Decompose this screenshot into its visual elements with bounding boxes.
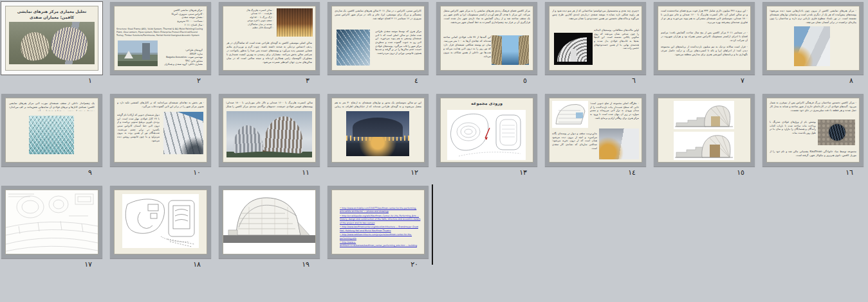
slide-4-top-text: کانزاس سیتی، کانزاس ــ در سال ۲۰۱۱ سالن … [335,9,421,26]
slide-8-thumbnail[interactable]: مرکز هنرهای نمایشی کافمن از بیرون چون با… [762,2,863,75]
slide-5-top-text: مرکز کافمن فضای فرهنگ زنده‌ی هنرهای نمای… [443,9,530,31]
slide-1-thumbnail[interactable]: تحلیل معماری مرکز هنرهای نمایشی کافمن؛ م… [1,2,102,75]
slide-7-thumbnail[interactable]: این پروژه ۳۲۶ میلیون دلاری شامل ۲۳۳ هزار… [654,2,755,75]
slide-14-bottom-text: به‌این‌ترتیب سقف و دیوار در پوسته‌ای یگا… [552,132,597,157]
slide-2-bullets: مرکز هنرهای نمایشی کافمن کانزاس سیتی، می… [142,8,204,26]
slide-5-cell: مرکز کافمن فضای فرهنگ زنده‌ی هنرهای نمای… [436,2,537,85]
slide-14-cell: نظرگاه اصلی مجموعه از ضلع جنوبی است؛ جای… [545,94,646,177]
slide-18-thumbnail[interactable] [110,186,211,258]
slide-13-cell: ورودی مجموعه [436,94,537,177]
slide-5-left-text: این گنبدها از ۲۷ قاب فولادی کمانی ساخته … [443,35,491,65]
slide-2-english-specs: Structure: Steel Frame (ASI), Voids Syst… [116,28,205,42]
slide-20-thumbnail[interactable]: http://www.archdaily.com/136977/kauffman… [328,186,429,258]
slide-18-floor-plan [122,194,199,248]
slide-8-number: ٨ [762,76,863,85]
slide-2-thumbnail[interactable]: مرکز هنرهای نمایشی کافمن کانزاس سیتی، می… [110,2,211,75]
slide-18-cell: ١٨ [110,186,211,269]
slide-6-number: ٦ [545,76,646,85]
slide-17-site-plan [6,190,98,254]
slide-14-top-text: نظرگاه اصلی مجموعه از ضلع جنوبی است؛ جای… [590,102,639,131]
slide-15 [658,98,751,163]
section-sketch-svg [552,101,588,128]
slide-13-number: ١٣ [436,168,537,177]
section-svg [223,190,315,254]
slide-2-photo [118,40,158,66]
slide-8-top-text: مرکز هنرهای نمایشی کافمن از بیرون چون با… [770,9,856,25]
slide-15-render-top [674,101,734,129]
slide-14: نظرگاه اصلی مجموعه از ضلع جنوبی است؛ جای… [549,98,642,163]
slide-7-cell: این پروژه ۳۲۶ میلیون دلاری شامل ۲۳۳ هزار… [654,2,755,85]
slide-4-thumbnail[interactable]: کانزاس سیتی، کانزاس ــ در سال ۲۰۱۱ سالن … [328,2,429,75]
site-plan-svg [6,190,98,254]
slide-6-model-photo [554,33,593,65]
slide-3-body: سالن اصلی موسیقی کافمن به گونه‌ای طراحی … [226,41,312,67]
slide-9-cell: یک چشم‌انداز داخلی از سقف شیشه‌ای مورب ل… [1,94,102,177]
shell-wall-shape [492,35,502,65]
slide-2-number: ٢ [110,76,211,85]
slide-15-render-bottom [674,132,734,160]
slide-11-thumbnail[interactable]: سالن کنسرت هلزبرگ با ۱۶۰۰ صندلی و تالار … [219,94,320,166]
slide-5-photo-between-shells [492,35,529,65]
slide-row-2: یک چشم‌انداز داخلی از سقف شیشه‌ای مورب ل… [1,94,863,177]
tent-shape [124,51,133,58]
slide-6-thumbnail[interactable]: «چیزی چند بعدی و مجسمه‌وار می‌خواستم؛ سا… [545,2,646,75]
slide-1-number: ١ [1,76,102,85]
reference-link[interactable]: http://www.kauffmancenter.org/about/arch… [340,226,421,233]
slide-13-title: ورودی مجموعه [446,101,528,106]
slide-10-cell: هر بخش به دهانه‌ای شیشه‌ای می‌انجامد که … [110,94,211,177]
slide-15-thumbnail[interactable] [654,94,755,166]
slide-12-thumbnail[interactable]: این دو سالن به‌وسیله‌ی یک محور و نوارهای… [328,94,429,166]
slide-13-thumbnail[interactable]: ورودی مجموعه [436,94,537,166]
slide-16-bottom-text: مجموعه توسط بنیاد خانوادگی Kauffman پشتی… [770,150,856,160]
slide-10-left-text: دیوار شیشه‌ای جنوبی که آرکادیا نام گرفته… [117,113,160,143]
slide-20-number: ٢٠ [328,260,429,269]
building-shell-shape [50,25,89,62]
slide-4-number: ٤ [328,76,429,85]
building-shell-shape [232,124,264,153]
slide-9: یک چشم‌انداز داخلی از سقف شیشه‌ای مورب ل… [5,98,98,163]
slide-10: هر بخش به دهانه‌ای شیشه‌ای می‌انجامد که … [114,98,207,163]
ribbed-dome-shape [829,124,845,141]
slide-15-number: ١٥ [654,168,755,177]
slide-3-thumbnail[interactable]: سالن کنسرت هلزبرگ هال ظرفیت: ۱۶۰۰ صندلی … [219,2,320,75]
slide-5-thumbnail[interactable]: مرکز کافمن فضای فرهنگ زنده‌ی هنرهای نمای… [436,2,537,75]
slide-14-shells-photo [599,129,639,159]
slide-16-mid-text: پوشش بام از ورق‌های فولادی ضدزنگ با پردا… [770,120,816,145]
slide-1: تحلیل معماری مرکز هنرهای نمایشی کافمن؛ م… [5,6,98,71]
slide-row-1: تحلیل معماری مرکز هنرهای نمایشی کافمن؛ م… [1,2,863,85]
slide-2-credits: گروه‌های طراحی: سازه: ARUP مهندسی صوت: N… [158,49,203,67]
reference-link[interactable]: http://www.safdiearchitects.com/projects… [340,233,421,240]
slide-7: این پروژه ۳۲۶ میلیون دلاری شامل ۲۳۳ هزار… [658,6,751,71]
reference-link[interactable]: http://www.archdaily.com/136977/kauffman… [340,207,421,214]
slide-20: http://www.archdaily.com/136977/kauffman… [331,190,425,254]
slide-11-number: ١١ [219,168,320,177]
reference-link[interactable]: http://www.e-architect.co.uk/kansas/kauf… [340,241,421,248]
slide-12-dusk-photo [346,111,409,156]
slide-10-number: ١٠ [110,168,211,177]
building-shell-shape [263,115,305,154]
slide-1-aerial-photo [9,22,95,64]
slide-9-thumbnail[interactable]: یک چشم‌انداز داخلی از سقف شیشه‌ای مورب ل… [1,94,102,166]
slide-5-number: ٥ [436,76,537,85]
slide-8-cell: مرکز هنرهای نمایشی کافمن از بیرون چون با… [762,2,863,85]
slide-19-thumbnail[interactable] [219,186,320,258]
slide-10-top-text: هر بخش به دهانه‌ای شیشه‌ای می‌انجامد که … [117,101,204,109]
slide-17-thumbnail[interactable] [1,186,102,258]
floor-plan-svg [122,194,199,248]
slide-4: کانزاس سیتی، کانزاس ــ در سال ۲۰۱۱ سالن … [331,6,425,71]
section-render-svg [674,132,734,160]
slide-13-plan-drawing [447,110,526,160]
slide-13: ورودی مجموعه [440,98,533,163]
slide-14-number: ١٤ [545,168,646,177]
slide-9-lattice-photo [29,116,74,154]
slide-16-thumbnail[interactable]: مرکز کافمن نخستین ساختمان بزرگ فرهنگی کا… [762,94,863,166]
slide-19-number: ١٩ [219,260,320,269]
slide-10-thumbnail[interactable]: هر بخش به دهانه‌ای شیشه‌ای می‌انجامد که … [110,94,211,166]
slide-row-3: ١٧ [1,186,429,269]
slide-14-thumbnail[interactable]: نظرگاه اصلی مجموعه از ضلع جنوبی است؛ جای… [545,94,646,166]
slide-10-ribs-photo [163,112,203,154]
reference-link[interactable]: http://en.wikipedia.org/wiki/Kauffman_Ce… [340,215,421,225]
slide-17-number: ١٧ [1,260,102,269]
building-shell-shape [19,30,51,62]
slide-3-number: ٣ [219,76,320,85]
